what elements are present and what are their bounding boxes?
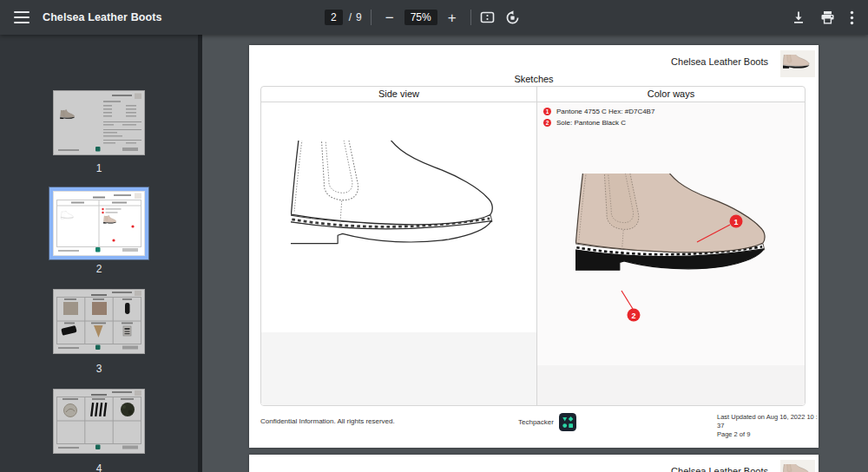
toolbar-divider: [470, 10, 471, 25]
legend-marker-2: 2: [543, 119, 551, 127]
kebab-menu-icon: [850, 10, 854, 25]
thumbnail-3-label: 3: [53, 363, 145, 375]
menu-icon[interactable]: [14, 0, 30, 35]
zoom-level-input[interactable]: 75%: [404, 10, 437, 25]
rotate-counterclockwise-icon: [505, 10, 520, 25]
pdf-page-2: Chelsea Leather Boots Sketches Side view…: [249, 45, 819, 448]
thumbnail-2-label: 2: [53, 263, 145, 275]
thumbnail-3-preview: [53, 289, 145, 354]
thumbnail-4-preview: [53, 389, 145, 454]
print-icon: [820, 10, 835, 24]
style-photo: [780, 460, 815, 472]
page-thumbnail-1[interactable]: [53, 90, 145, 155]
document-viewer[interactable]: Chelsea Leather Boots Sketches Side view…: [202, 35, 868, 472]
document-title: Chelsea Leather Boots: [43, 11, 162, 23]
pdf-viewer: Chelsea Leather Boots 2 / 9 − 75% +: [0, 0, 868, 472]
column-header-side-view: Side view: [261, 87, 537, 102]
thumbnail-4-label: 4: [53, 462, 145, 472]
pdf-page-3: Chelsea Leather Boots: [249, 455, 819, 472]
page-footer-meta: Last Updated on Aug 16, 2022 10 : 37 Pag…: [717, 413, 819, 439]
toolbar-divider: [371, 10, 372, 25]
empty-area: [261, 332, 536, 406]
page-thumbnail-4[interactable]: [53, 389, 145, 454]
section-title: Sketches: [249, 74, 819, 84]
side-view-sketch: [291, 141, 518, 282]
page-separator: /: [349, 11, 352, 23]
fit-page-button[interactable]: [480, 0, 495, 35]
page-header-title: Chelsea Leather Boots: [671, 56, 768, 67]
page-number-input[interactable]: 2: [325, 10, 343, 25]
empty-area: [537, 365, 805, 406]
legend-text-2: Sole: Pantone Black C: [556, 119, 626, 127]
page-header-title: Chelsea Leather Boots: [671, 466, 768, 472]
legend-row: 1 Pantone 4755 C Hex: #D7C4B7: [543, 106, 654, 117]
page-thumbnail-3[interactable]: [53, 289, 145, 354]
page-indicator: Page 2 of 9: [717, 430, 819, 439]
hamburger-icon: [14, 11, 30, 23]
table-header-row: Side view Color ways: [261, 87, 805, 102]
rotate-button[interactable]: [505, 0, 520, 35]
thumbnail-sidebar: 1 2: [0, 35, 202, 472]
legend-text-1: Pantone 4755 C Hex: #D7C4B7: [556, 108, 654, 115]
page-total: 9: [356, 11, 362, 23]
thumbnail-1-label: 1: [53, 162, 145, 174]
mini-boot-icon: [783, 464, 812, 472]
legend-marker-1: 1: [543, 108, 551, 115]
sidebar-scrollbar[interactable]: [198, 35, 202, 472]
fit-page-icon: [480, 10, 495, 24]
download-icon: [792, 10, 806, 24]
thumbnail-2-preview: [53, 191, 145, 256]
colorway-legend: 1 Pantone 4755 C Hex: #D7C4B7 2 Sole: Pa…: [543, 106, 654, 128]
more-options-button[interactable]: [850, 0, 854, 35]
zoom-in-button[interactable]: +: [443, 0, 462, 35]
print-button[interactable]: [820, 0, 835, 35]
confidential-note: Confidential Information. All rights res…: [260, 417, 395, 425]
colorway-sketch: [575, 174, 789, 306]
techpacker-logo-icon: [559, 413, 576, 431]
zoom-out-button[interactable]: −: [380, 0, 399, 35]
brand-name: Techpacker: [518, 418, 554, 426]
legend-row: 2 Sole: Pantone Black C: [543, 117, 654, 128]
page-thumbnail-2[interactable]: [53, 191, 145, 256]
brand-footer: Techpacker: [518, 413, 576, 431]
mini-boot-icon: [783, 55, 812, 74]
column-header-color-ways: Color ways: [537, 87, 805, 102]
download-button[interactable]: [792, 0, 806, 35]
toolbar: Chelsea Leather Boots 2 / 9 − 75% +: [0, 0, 868, 35]
last-updated: Last Updated on Aug 16, 2022 10 : 37: [717, 413, 819, 430]
thumbnail-1-preview: [53, 90, 145, 155]
